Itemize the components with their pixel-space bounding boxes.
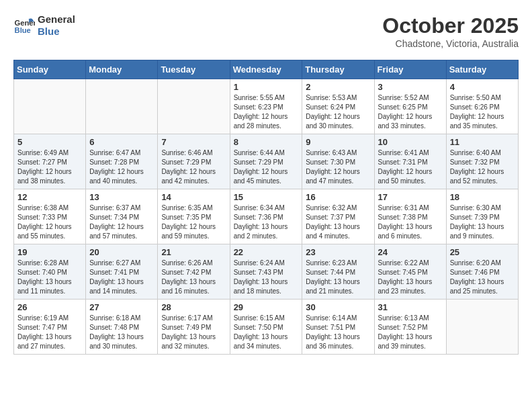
calendar-cell: 30Sunrise: 6:14 AM Sunset: 7:51 PM Dayli… <box>302 300 374 355</box>
day-number: 25 <box>450 247 515 257</box>
cell-content: Sunrise: 6:20 AM Sunset: 7:46 PM Dayligh… <box>450 259 515 296</box>
calendar-week-row: 26Sunrise: 6:19 AM Sunset: 7:47 PM Dayli… <box>14 300 519 355</box>
day-number: 9 <box>306 137 370 147</box>
cell-content: Sunrise: 6:27 AM Sunset: 7:41 PM Dayligh… <box>89 259 154 296</box>
calendar-cell: 28Sunrise: 6:17 AM Sunset: 7:49 PM Dayli… <box>158 300 230 355</box>
cell-content: Sunrise: 6:30 AM Sunset: 7:39 PM Dayligh… <box>450 203 515 241</box>
calendar-cell <box>86 79 158 134</box>
cell-content: Sunrise: 5:53 AM Sunset: 6:24 PM Dayligh… <box>306 93 370 131</box>
calendar-week-row: 1Sunrise: 5:55 AM Sunset: 6:23 PM Daylig… <box>14 79 519 134</box>
day-number: 29 <box>234 302 299 312</box>
day-number: 10 <box>378 137 443 147</box>
day-header-tuesday: Tuesday <box>158 60 230 79</box>
day-number: 11 <box>450 137 515 147</box>
day-number: 20 <box>89 247 154 257</box>
calendar-week-row: 12Sunrise: 6:38 AM Sunset: 7:33 PM Dayli… <box>14 189 519 244</box>
calendar-cell: 11Sunrise: 6:40 AM Sunset: 7:32 PM Dayli… <box>446 134 518 189</box>
calendar-cell: 21Sunrise: 6:26 AM Sunset: 7:42 PM Dayli… <box>158 244 230 300</box>
calendar-cell: 14Sunrise: 6:35 AM Sunset: 7:35 PM Dayli… <box>158 189 230 244</box>
day-number: 3 <box>378 82 443 92</box>
cell-content: Sunrise: 6:32 AM Sunset: 7:37 PM Dayligh… <box>306 203 370 241</box>
calendar-header-row: SundayMondayTuesdayWednesdayThursdayFrid… <box>14 60 519 79</box>
cell-content: Sunrise: 6:23 AM Sunset: 7:44 PM Dayligh… <box>306 259 370 296</box>
svg-text:Blue: Blue <box>15 26 31 34</box>
calendar-cell <box>446 300 518 355</box>
cell-content: Sunrise: 6:24 AM Sunset: 7:43 PM Dayligh… <box>234 259 299 296</box>
calendar-cell: 27Sunrise: 6:18 AM Sunset: 7:48 PM Dayli… <box>86 300 158 355</box>
cell-content: Sunrise: 5:55 AM Sunset: 6:23 PM Dayligh… <box>234 93 299 131</box>
day-header-monday: Monday <box>86 60 158 79</box>
cell-content: Sunrise: 5:50 AM Sunset: 6:26 PM Dayligh… <box>450 93 515 131</box>
calendar-cell: 13Sunrise: 6:37 AM Sunset: 7:34 PM Dayli… <box>86 189 158 244</box>
cell-content: Sunrise: 6:35 AM Sunset: 7:35 PM Dayligh… <box>161 203 226 241</box>
calendar-cell: 10Sunrise: 6:41 AM Sunset: 7:31 PM Dayli… <box>374 134 446 189</box>
calendar-cell: 12Sunrise: 6:38 AM Sunset: 7:33 PM Dayli… <box>14 189 86 244</box>
logo-icon: General Blue <box>13 15 35 36</box>
calendar-cell: 18Sunrise: 6:30 AM Sunset: 7:39 PM Dayli… <box>446 189 518 244</box>
cell-content: Sunrise: 6:49 AM Sunset: 7:27 PM Dayligh… <box>17 148 82 186</box>
calendar-cell: 15Sunrise: 6:34 AM Sunset: 7:36 PM Dayli… <box>230 189 302 244</box>
month-title: October 2025 <box>382 13 519 38</box>
day-number: 8 <box>234 137 299 147</box>
day-header-friday: Friday <box>374 60 446 79</box>
cell-content: Sunrise: 6:18 AM Sunset: 7:48 PM Dayligh… <box>89 314 154 351</box>
cell-content: Sunrise: 6:38 AM Sunset: 7:33 PM Dayligh… <box>17 203 82 241</box>
calendar-cell: 26Sunrise: 6:19 AM Sunset: 7:47 PM Dayli… <box>14 300 86 355</box>
calendar-cell: 6Sunrise: 6:47 AM Sunset: 7:28 PM Daylig… <box>86 134 158 189</box>
location-subtitle: Chadstone, Victoria, Australia <box>382 38 519 49</box>
cell-content: Sunrise: 6:47 AM Sunset: 7:28 PM Dayligh… <box>89 148 154 186</box>
cell-content: Sunrise: 6:28 AM Sunset: 7:40 PM Dayligh… <box>17 259 82 296</box>
logo-line1: General <box>38 13 75 26</box>
page-header: General Blue General Blue October 2025 C… <box>13 13 519 49</box>
day-number: 28 <box>161 302 226 312</box>
calendar-cell: 8Sunrise: 6:44 AM Sunset: 7:29 PM Daylig… <box>230 134 302 189</box>
day-number: 4 <box>450 82 515 92</box>
calendar-cell: 16Sunrise: 6:32 AM Sunset: 7:37 PM Dayli… <box>302 189 374 244</box>
calendar-cell: 29Sunrise: 6:15 AM Sunset: 7:50 PM Dayli… <box>230 300 302 355</box>
day-number: 27 <box>89 302 154 312</box>
cell-content: Sunrise: 6:46 AM Sunset: 7:29 PM Dayligh… <box>161 148 226 186</box>
calendar-cell: 22Sunrise: 6:24 AM Sunset: 7:43 PM Dayli… <box>230 244 302 300</box>
logo: General Blue General Blue <box>13 13 75 38</box>
cell-content: Sunrise: 6:31 AM Sunset: 7:38 PM Dayligh… <box>378 203 443 241</box>
day-number: 22 <box>234 247 299 257</box>
day-number: 14 <box>161 192 226 202</box>
calendar-cell: 7Sunrise: 6:46 AM Sunset: 7:29 PM Daylig… <box>158 134 230 189</box>
calendar-cell: 2Sunrise: 5:53 AM Sunset: 6:24 PM Daylig… <box>302 79 374 134</box>
calendar-week-row: 5Sunrise: 6:49 AM Sunset: 7:27 PM Daylig… <box>14 134 519 189</box>
cell-content: Sunrise: 6:44 AM Sunset: 7:29 PM Dayligh… <box>234 148 299 186</box>
calendar-cell: 3Sunrise: 5:52 AM Sunset: 6:25 PM Daylig… <box>374 79 446 134</box>
cell-content: Sunrise: 6:43 AM Sunset: 7:30 PM Dayligh… <box>306 148 370 186</box>
calendar-cell: 5Sunrise: 6:49 AM Sunset: 7:27 PM Daylig… <box>14 134 86 189</box>
day-number: 16 <box>306 192 370 202</box>
cell-content: Sunrise: 6:14 AM Sunset: 7:51 PM Dayligh… <box>306 314 370 351</box>
cell-content: Sunrise: 5:52 AM Sunset: 6:25 PM Dayligh… <box>378 93 443 131</box>
calendar-cell: 24Sunrise: 6:22 AM Sunset: 7:45 PM Dayli… <box>374 244 446 300</box>
cell-content: Sunrise: 6:13 AM Sunset: 7:52 PM Dayligh… <box>378 314 443 351</box>
day-number: 12 <box>17 192 82 202</box>
calendar-cell: 19Sunrise: 6:28 AM Sunset: 7:40 PM Dayli… <box>14 244 86 300</box>
day-number: 1 <box>234 82 299 92</box>
calendar-cell: 1Sunrise: 5:55 AM Sunset: 6:23 PM Daylig… <box>230 79 302 134</box>
day-number: 24 <box>378 247 443 257</box>
logo-line2: Blue <box>38 26 75 38</box>
cell-content: Sunrise: 6:17 AM Sunset: 7:49 PM Dayligh… <box>161 314 226 351</box>
cell-content: Sunrise: 6:37 AM Sunset: 7:34 PM Dayligh… <box>89 203 154 241</box>
calendar-cell: 9Sunrise: 6:43 AM Sunset: 7:30 PM Daylig… <box>302 134 374 189</box>
day-number: 19 <box>17 247 82 257</box>
calendar-cell: 17Sunrise: 6:31 AM Sunset: 7:38 PM Dayli… <box>374 189 446 244</box>
day-number: 7 <box>161 137 226 147</box>
cell-content: Sunrise: 6:34 AM Sunset: 7:36 PM Dayligh… <box>234 203 299 241</box>
day-number: 13 <box>89 192 154 202</box>
cell-content: Sunrise: 6:15 AM Sunset: 7:50 PM Dayligh… <box>234 314 299 351</box>
calendar-cell: 20Sunrise: 6:27 AM Sunset: 7:41 PM Dayli… <box>86 244 158 300</box>
day-number: 18 <box>450 192 515 202</box>
calendar-table: SundayMondayTuesdayWednesdayThursdayFrid… <box>13 60 519 355</box>
day-number: 6 <box>89 137 154 147</box>
calendar-week-row: 19Sunrise: 6:28 AM Sunset: 7:40 PM Dayli… <box>14 244 519 300</box>
cell-content: Sunrise: 6:41 AM Sunset: 7:31 PM Dayligh… <box>378 148 443 186</box>
cell-content: Sunrise: 6:19 AM Sunset: 7:47 PM Dayligh… <box>17 314 82 351</box>
day-number: 2 <box>306 82 370 92</box>
calendar-cell: 23Sunrise: 6:23 AM Sunset: 7:44 PM Dayli… <box>302 244 374 300</box>
day-number: 21 <box>161 247 226 257</box>
